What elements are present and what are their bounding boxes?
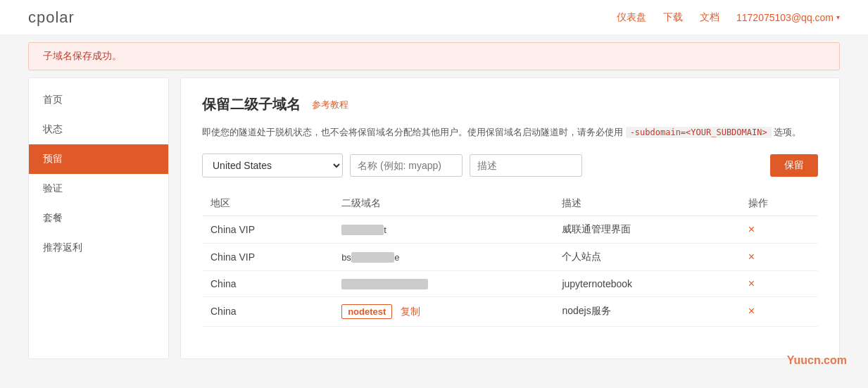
desc-text-2: 选项。 bbox=[774, 127, 801, 137]
subdomain-prefix: bs bbox=[341, 252, 351, 263]
alert-message: 子域名保存成功。 bbox=[43, 50, 122, 61]
header-nav: 仪表盘 下载 文档 1172075103@qq.com ▾ bbox=[617, 11, 840, 24]
cell-description: jupyternotebook bbox=[553, 270, 739, 296]
sidebar-item-referral[interactable]: 推荐返利 bbox=[29, 233, 168, 263]
cell-subdomain: █████t bbox=[333, 215, 553, 243]
table-body: China VIP █████t 威联通管理界面 × China VIP bs█… bbox=[202, 215, 818, 326]
user-email: 1172075103@qq.com bbox=[736, 12, 834, 23]
delete-button[interactable]: × bbox=[748, 251, 755, 263]
cell-subdomain: ████████████ bbox=[333, 270, 553, 296]
table-row: China VIP bs██████e 个人站点 × bbox=[202, 243, 818, 270]
user-menu[interactable]: 1172075103@qq.com ▾ bbox=[736, 12, 840, 23]
table-row: China ████████████ jupyternotebook × bbox=[202, 270, 818, 296]
name-input[interactable] bbox=[350, 154, 463, 177]
chevron-down-icon: ▾ bbox=[836, 13, 840, 21]
sidebar-item-home[interactable]: 首页 bbox=[29, 85, 168, 115]
cell-region: China bbox=[202, 296, 333, 326]
table-head: 地区 二级域名 描述 操作 bbox=[202, 192, 818, 216]
subdomain-blurred: ████████████ bbox=[341, 279, 428, 289]
cell-action: × bbox=[740, 270, 818, 296]
subdomain-suffix: e bbox=[394, 252, 399, 263]
cell-region: China VIP bbox=[202, 215, 333, 243]
col-action: 操作 bbox=[740, 192, 818, 216]
cell-action: × bbox=[740, 243, 818, 270]
sidebar: 首页 状态 预留 验证 套餐 推荐返利 bbox=[28, 77, 169, 359]
region-select[interactable]: United States China China VIP bbox=[202, 154, 343, 177]
content-description: 即使您的隧道处于脱机状态，也不会将保留域名分配给其他用户。使用保留域名启动隧道时… bbox=[202, 124, 818, 141]
delete-button[interactable]: × bbox=[748, 277, 755, 289]
nav-dashboard[interactable]: 仪表盘 bbox=[617, 11, 646, 24]
sidebar-item-status[interactable]: 状态 bbox=[29, 115, 168, 144]
table-row: China VIP █████t 威联通管理界面 × bbox=[202, 215, 818, 243]
sidebar-item-reserve[interactable]: 预留 bbox=[29, 144, 168, 174]
header: cpolar 仪表盘 下载 文档 1172075103@qq.com ▾ bbox=[0, 0, 868, 35]
cell-region: China bbox=[202, 270, 333, 296]
subdomain-blurred: ██████ bbox=[351, 252, 394, 263]
save-button[interactable]: 保留 bbox=[770, 154, 818, 177]
content-header: 保留二级子域名 参考教程 bbox=[202, 95, 818, 114]
cell-action: × bbox=[740, 296, 818, 326]
cell-subdomain: bs██████e bbox=[333, 243, 553, 270]
table-header-row: 地区 二级域名 描述 操作 bbox=[202, 192, 818, 216]
table-row: China nodetest 复制 nodejs服务 × bbox=[202, 296, 818, 326]
subdomain-table: 地区 二级域名 描述 操作 China VIP █████t 威联通管理界面 × bbox=[202, 192, 818, 327]
col-description: 描述 bbox=[553, 192, 739, 216]
cell-description: nodejs服务 bbox=[553, 296, 739, 326]
cell-region: China VIP bbox=[202, 243, 333, 270]
delete-button[interactable]: × bbox=[748, 223, 755, 235]
delete-button[interactable]: × bbox=[748, 305, 755, 317]
cell-description: 威联通管理界面 bbox=[553, 215, 739, 243]
code-tag: -subdomain=<YOUR_SUBDOMAIN> bbox=[626, 127, 772, 138]
cell-action: × bbox=[740, 215, 818, 243]
sidebar-item-package[interactable]: 套餐 bbox=[29, 204, 168, 233]
nav-download[interactable]: 下载 bbox=[663, 11, 683, 24]
cell-description: 个人站点 bbox=[553, 243, 739, 270]
tutorial-link[interactable]: 参考教程 bbox=[312, 99, 348, 111]
subdomain-blurred: █████ bbox=[341, 225, 384, 235]
cell-subdomain: nodetest 复制 bbox=[333, 296, 553, 326]
sidebar-item-verify[interactable]: 验证 bbox=[29, 174, 168, 204]
col-region: 地区 bbox=[202, 192, 333, 216]
nav-docs[interactable]: 文档 bbox=[700, 11, 719, 24]
main-container: 首页 状态 预留 验证 套餐 推荐返利 保留二级子域名 参考教程 即使您的隧道处… bbox=[28, 77, 840, 359]
desc-input[interactable] bbox=[470, 154, 582, 177]
page-title: 保留二级子域名 bbox=[202, 95, 301, 114]
col-subdomain: 二级域名 bbox=[333, 192, 553, 216]
desc-text-1: 即使您的隧道处于脱机状态，也不会将保留域名分配给其他用户。使用保留域名启动隧道时… bbox=[202, 127, 623, 137]
nodetest-highlight: nodetest bbox=[341, 304, 392, 319]
subdomain-partial: t bbox=[384, 225, 386, 235]
form-row: United States China China VIP 保留 bbox=[202, 154, 818, 177]
logo: cpolar bbox=[28, 8, 75, 27]
alert-success: 子域名保存成功。 bbox=[28, 42, 840, 70]
content-area: 保留二级子域名 参考教程 即使您的隧道处于脱机状态，也不会将保留域名分配给其他用… bbox=[180, 77, 840, 359]
copy-button[interactable]: 复制 bbox=[401, 306, 420, 317]
